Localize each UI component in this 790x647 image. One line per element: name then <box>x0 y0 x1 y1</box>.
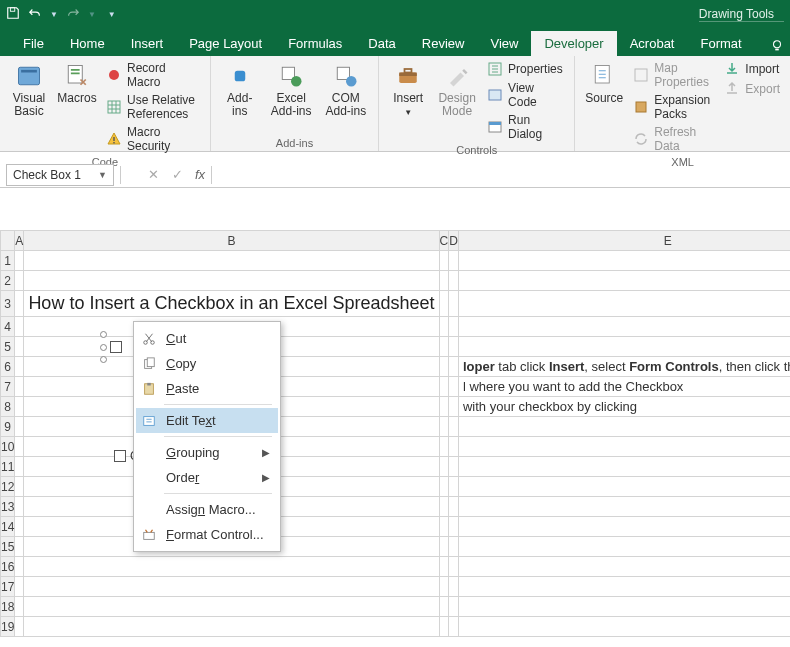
col-header[interactable]: E <box>458 231 790 251</box>
row-header[interactable]: 17 <box>1 577 15 597</box>
excel-addins-icon <box>277 62 305 90</box>
menu-format-control[interactable]: Format Control... <box>136 522 278 547</box>
cell[interactable]: How to Insert a Checkbox in an Excel Spr… <box>24 291 439 317</box>
visual-basic-button[interactable]: Visual Basic <box>8 60 50 120</box>
save-icon[interactable] <box>6 6 20 23</box>
insert-control-button[interactable]: Insert▼ <box>387 60 429 121</box>
row-header[interactable]: 1 <box>1 251 15 271</box>
source-button[interactable]: Source <box>583 60 625 107</box>
row-header[interactable]: 14 <box>1 517 15 537</box>
menu-paste[interactable]: Paste <box>136 376 278 401</box>
chevron-down-icon[interactable]: ▼ <box>98 170 107 180</box>
tab-acrobat[interactable]: Acrobat <box>617 31 688 56</box>
row-header[interactable]: 10 <box>1 437 15 457</box>
row-header[interactable]: 18 <box>1 597 15 617</box>
row-header[interactable]: 2 <box>1 271 15 291</box>
addins-icon <box>226 62 254 90</box>
map-icon <box>633 67 649 83</box>
row-header[interactable]: 5 <box>1 337 15 357</box>
col-header[interactable]: C <box>439 231 449 251</box>
expansion-packs-label: Expansion Packs <box>654 93 714 121</box>
svg-point-13 <box>291 76 302 87</box>
svg-rect-33 <box>144 532 155 539</box>
row-header[interactable]: 8 <box>1 397 15 417</box>
undo-icon[interactable] <box>28 6 42 23</box>
run-dialog-button[interactable]: Run Dialog <box>485 112 566 142</box>
export-icon <box>724 81 740 97</box>
svg-rect-32 <box>144 416 155 425</box>
paste-icon <box>140 381 158 397</box>
grid[interactable]: A B C D E F G H I J K L 1 2 3How to Inse… <box>0 230 790 637</box>
row-header[interactable]: 3 <box>1 291 15 317</box>
import-button[interactable]: Import <box>722 60 782 78</box>
col-header[interactable]: D <box>449 231 459 251</box>
row-header[interactable]: 7 <box>1 377 15 397</box>
name-box[interactable]: Check Box 1 ▼ <box>6 164 114 186</box>
fx-icon[interactable]: fx <box>189 167 211 182</box>
row-header[interactable]: 19 <box>1 617 15 637</box>
redo-icon[interactable] <box>66 6 80 23</box>
use-relative-button[interactable]: Use Relative References <box>104 92 202 122</box>
menu-grouping[interactable]: Grouping ▶ <box>136 440 278 465</box>
resize-handle[interactable] <box>100 331 107 338</box>
tab-data[interactable]: Data <box>355 31 408 56</box>
view-code-button[interactable]: View Code <box>485 80 566 110</box>
row-header[interactable]: 12 <box>1 477 15 497</box>
menu-cut[interactable]: Cut <box>136 326 278 351</box>
cell[interactable]: l where you want to add the Checkbox <box>458 377 790 397</box>
tab-file[interactable]: File <box>10 31 57 56</box>
run-dialog-label: Run Dialog <box>508 113 564 141</box>
row-header[interactable]: 6 <box>1 357 15 377</box>
tell-me-icon[interactable] <box>770 39 790 56</box>
macros-icon <box>63 62 91 90</box>
worksheet[interactable]: A B C D E F G H I J K L 1 2 3How to Inse… <box>0 190 790 647</box>
col-header[interactable]: A <box>15 231 24 251</box>
tab-insert[interactable]: Insert <box>118 31 177 56</box>
tab-page-layout[interactable]: Page Layout <box>176 31 275 56</box>
tab-developer[interactable]: Developer <box>531 31 616 56</box>
import-icon <box>724 61 740 77</box>
menu-separator <box>164 493 272 494</box>
resize-handle[interactable] <box>100 344 107 351</box>
properties-button[interactable]: Properties <box>485 60 566 78</box>
menu-order[interactable]: Order ▶ <box>136 465 278 490</box>
menu-copy[interactable]: Copy <box>136 351 278 376</box>
resize-handle[interactable] <box>100 356 107 363</box>
cell[interactable]: loper tab click Insert, select Form Cont… <box>458 357 790 377</box>
cell[interactable]: with your checkbox by clicking <box>458 397 790 417</box>
design-mode-icon <box>443 62 471 90</box>
menu-edit-text[interactable]: Edit Text <box>136 408 278 433</box>
design-mode-button[interactable]: Design Mode <box>435 60 479 120</box>
tab-home[interactable]: Home <box>57 31 118 56</box>
record-macro-button[interactable]: Record Macro <box>104 60 202 90</box>
addins-button[interactable]: Add- ins <box>219 60 261 120</box>
tab-review[interactable]: Review <box>409 31 478 56</box>
expansion-packs-button[interactable]: Expansion Packs <box>631 92 716 122</box>
tab-view[interactable]: View <box>477 31 531 56</box>
row-header[interactable]: 16 <box>1 557 15 577</box>
tab-format[interactable]: Format <box>687 31 754 56</box>
row-header[interactable]: 15 <box>1 537 15 557</box>
row-header[interactable]: 4 <box>1 317 15 337</box>
col-header[interactable]: B <box>24 231 439 251</box>
use-relative-label: Use Relative References <box>127 93 200 121</box>
macro-security-button[interactable]: Macro Security <box>104 124 202 154</box>
menu-assign-macro[interactable]: Assign Macro... <box>136 497 278 522</box>
select-all-corner[interactable] <box>1 231 15 251</box>
undo-dropdown-icon[interactable]: ▼ <box>50 10 58 19</box>
menu-separator <box>164 436 272 437</box>
svg-rect-3 <box>21 70 37 73</box>
properties-icon <box>487 61 503 77</box>
com-addins-button[interactable]: COM Add-ins <box>321 60 370 120</box>
macros-button[interactable]: Macros <box>56 60 98 107</box>
svg-rect-18 <box>405 69 412 73</box>
excel-addins-button[interactable]: Excel Add-ins <box>267 60 316 120</box>
row-header[interactable]: 11 <box>1 457 15 477</box>
tab-formulas[interactable]: Formulas <box>275 31 355 56</box>
context-menu: Cut Copy Paste Edit Text Grouping ▶ Orde… <box>133 321 281 552</box>
row-header[interactable]: 13 <box>1 497 15 517</box>
qat-customize-icon[interactable]: ▼ <box>108 10 116 19</box>
format-icon <box>140 527 158 543</box>
chevron-right-icon: ▶ <box>262 472 270 483</box>
row-header[interactable]: 9 <box>1 417 15 437</box>
